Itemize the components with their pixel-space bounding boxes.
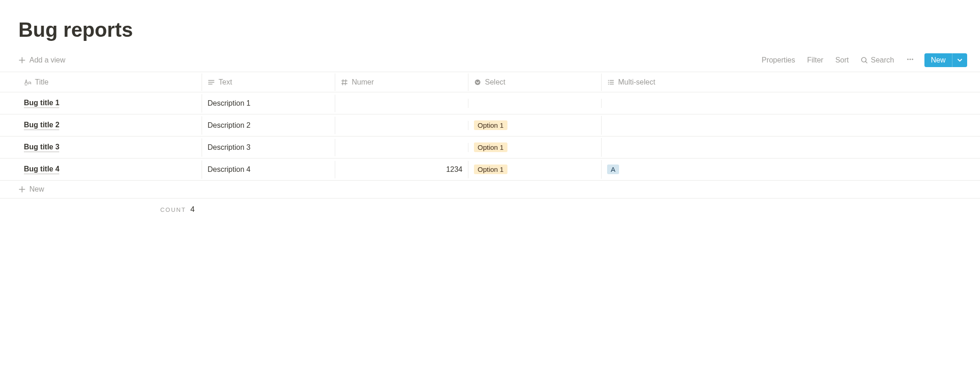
number-prop-icon [341,79,348,86]
table-footer: COUNT 4 [0,199,980,214]
text-prop-icon [208,79,215,86]
cell-title[interactable]: Bug title 1 [18,94,202,113]
svg-point-2 [909,58,911,60]
cell-multiselect[interactable] [602,121,980,130]
cell-number[interactable] [335,99,468,108]
column-header-title[interactable]: Title [18,74,202,91]
cell-multiselect[interactable]: A [602,160,980,179]
text-value: Description 1 [208,99,250,108]
cell-number[interactable]: 1234 [335,161,468,178]
svg-point-4 [475,79,480,85]
table-header-row: Title Text Numer Select Multi-select [0,72,980,92]
column-title-label: Title [35,78,49,86]
svg-point-6 [608,82,609,83]
plus-icon [18,186,26,193]
cell-title[interactable]: Bug title 4 [18,160,202,179]
new-row-label: New [29,185,44,193]
title-prop-icon [24,79,31,86]
multiselect-prop-icon [607,79,614,86]
text-value: Description 3 [208,143,250,152]
more-horizontal-icon [906,55,914,63]
plus-icon [18,57,26,64]
cell-select[interactable]: Option 1 [468,160,602,179]
text-value: Description 2 [208,121,250,130]
column-select-label: Select [485,78,505,86]
column-header-text[interactable]: Text [202,74,335,91]
count-aggregate[interactable]: COUNT 4 [18,205,202,214]
cell-select[interactable] [468,99,602,108]
sort-button[interactable]: Sort [834,55,850,65]
cell-text[interactable]: Description 2 [202,117,335,134]
title-text: Bug title 4 [24,165,59,174]
add-view-label: Add a view [29,56,65,64]
cell-multiselect[interactable] [602,99,980,108]
select-tag: Option 1 [474,120,507,130]
search-label: Search [871,56,894,64]
search-icon [861,57,868,64]
database-table: Title Text Numer Select Multi-select Bug [0,72,980,199]
cell-text[interactable]: Description 1 [202,95,335,112]
add-view-button[interactable]: Add a view [18,56,65,64]
column-header-select[interactable]: Select [468,74,602,91]
cell-number[interactable] [335,143,468,152]
title-text: Bug title 2 [24,121,59,130]
cell-title[interactable]: Bug title 3 [18,138,202,157]
number-value: 1234 [446,165,462,174]
select-prop-icon [474,79,481,86]
column-header-multiselect[interactable]: Multi-select [602,74,980,91]
title-text: Bug title 1 [24,99,59,108]
table-row[interactable]: Bug title 2 Description 2 Option 1 [0,114,980,136]
page-title: Bug reports [0,18,980,51]
title-text: Bug title 3 [24,143,59,152]
table-row[interactable]: Bug title 3 Description 3 Option 1 [0,136,980,159]
select-tag: Option 1 [474,165,507,174]
select-tag: Option 1 [474,142,507,152]
new-row-button[interactable]: New [0,181,980,199]
column-number-label: Numer [352,78,374,86]
column-header-number[interactable]: Numer [335,74,468,91]
chevron-down-icon [957,57,963,63]
cell-select[interactable]: Option 1 [468,116,602,135]
new-button[interactable]: New [924,53,952,67]
more-options-button[interactable] [904,55,916,66]
cell-title[interactable]: Bug title 2 [18,116,202,135]
table-row[interactable]: Bug title 1 Description 1 [0,92,980,114]
svg-point-5 [608,80,609,81]
search-button[interactable]: Search [859,55,896,65]
svg-point-3 [912,58,913,60]
cell-select[interactable]: Option 1 [468,138,602,157]
count-value: 4 [191,205,195,214]
text-value: Description 4 [208,165,250,174]
column-multiselect-label: Multi-select [618,78,655,86]
table-row[interactable]: Bug title 4 Description 4 1234 Option 1 … [0,159,980,181]
cell-text[interactable]: Description 3 [202,139,335,156]
new-button-group: New [924,53,967,67]
properties-button[interactable]: Properties [760,55,797,65]
cell-number[interactable] [335,121,468,130]
svg-point-1 [907,58,908,60]
cell-text[interactable]: Description 4 [202,161,335,178]
cell-multiselect[interactable] [602,143,980,152]
column-text-label: Text [219,78,232,86]
toolbar: Add a view Properties Filter Sort Search… [0,51,980,72]
count-label: COUNT [160,206,186,213]
multiselect-tag: A [607,165,619,174]
new-button-dropdown[interactable] [952,53,967,67]
filter-button[interactable]: Filter [805,55,825,65]
svg-point-7 [608,84,609,85]
